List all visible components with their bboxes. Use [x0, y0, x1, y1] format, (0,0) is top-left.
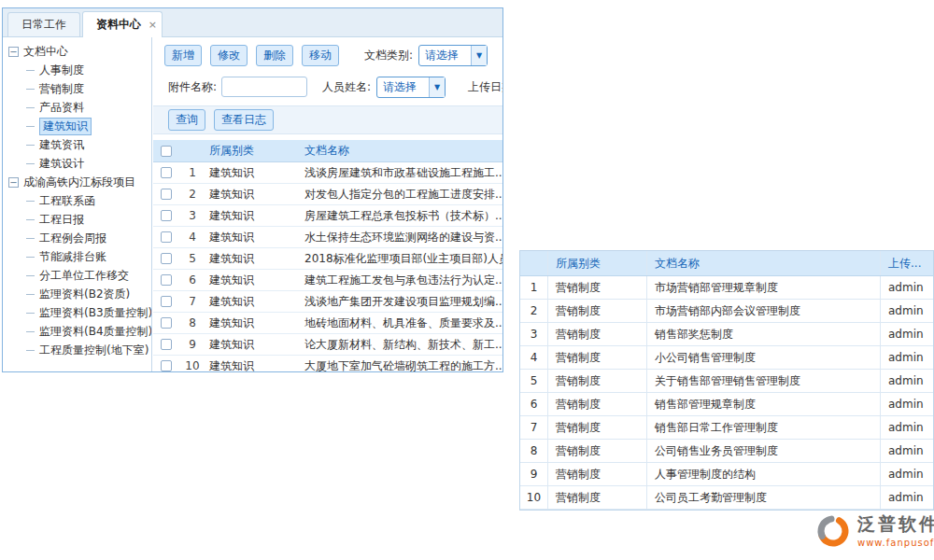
row-number: 2 — [179, 188, 205, 201]
table-row[interactable]: 10 建筑知识 大厦地下室加气砼墙砌筑工程的施工方... — [153, 356, 502, 371]
attachment-name-input[interactable] — [221, 77, 307, 97]
tree-item[interactable]: 工程质量控制(地下室) — [3, 341, 151, 359]
tree-group-project[interactable]: − 成渝高铁内江标段项目 — [3, 173, 151, 191]
row-checkbox[interactable] — [161, 339, 172, 350]
row-checkbox[interactable] — [161, 296, 172, 307]
table-row[interactable]: 6 营销制度 销售部管理规章制度 admin — [520, 393, 933, 416]
tree-group-label: 成渝高铁内江标段项目 — [23, 175, 135, 190]
tree-item-selected[interactable]: 建筑知识 — [3, 117, 151, 135]
row-checkbox[interactable] — [161, 167, 172, 178]
row-checkbox[interactable] — [161, 231, 172, 243]
select-all-checkbox[interactable] — [161, 146, 172, 157]
table-row[interactable]: 5 营销制度 关于销售部管理销售管理制度 admin — [520, 370, 933, 393]
tree-item[interactable]: 工程例会周报 — [3, 229, 151, 247]
move-button[interactable]: 移动 — [302, 45, 339, 66]
row-doc-name: 市场营销部管理规章制度 — [647, 276, 881, 299]
row-checkbox[interactable] — [161, 189, 172, 200]
table-row[interactable]: 2 营销制度 市场营销部内部会议管理制度 admin — [520, 300, 933, 323]
tree-item[interactable]: 工程日报 — [3, 210, 151, 229]
row-category: 建筑知识 — [205, 358, 301, 372]
tree-item[interactable]: 监理资料(B4质量控制) — [3, 322, 151, 341]
tree-item-label: 产品资料 — [39, 100, 84, 116]
table-header: 所属别类 文档名称 上传... — [520, 251, 933, 276]
tree-item[interactable]: 营销制度 — [3, 79, 151, 98]
delete-button[interactable]: 删除 — [256, 45, 293, 66]
sidebar-tree: − 文档中心 人事制度 营销制度 产品资料 建筑知识 建筑资讯 — [3, 37, 152, 371]
row-checkbox[interactable] — [161, 253, 172, 264]
tab-label: 资料中心 — [96, 18, 141, 31]
row-checkbox[interactable] — [161, 360, 172, 371]
person-name-label: 人员姓名: — [322, 79, 371, 95]
tree-dash-icon — [26, 350, 35, 351]
person-name-select[interactable]: 请选择 ▼ — [376, 77, 446, 98]
table-row[interactable]: 8 建筑知识 地砖地面材料、机具准备、质量要求及... — [153, 313, 502, 334]
row-number: 6 — [520, 393, 548, 415]
table-row[interactable]: 8 营销制度 公司销售业务员管理制度 admin — [520, 440, 933, 463]
tree-item-label: 营销制度 — [39, 81, 84, 97]
row-category: 建筑知识 — [205, 294, 301, 310]
close-icon[interactable]: × — [149, 12, 157, 37]
table-row[interactable]: 4 营销制度 小公司销售管理制度 admin — [520, 346, 933, 370]
tree-item[interactable]: 工程联系函 — [3, 191, 151, 210]
add-button[interactable]: 新增 — [164, 45, 202, 66]
chevron-down-icon: ▼ — [471, 46, 487, 65]
table-row[interactable]: 5 建筑知识 2018标准化监理项目部(业主项目部)人员... — [153, 248, 502, 270]
row-number: 2 — [520, 300, 548, 322]
tree-item[interactable]: 建筑资讯 — [3, 135, 151, 154]
table-row[interactable]: 10 营销制度 公司员工考勤管理制度 admin — [520, 486, 933, 510]
table-row[interactable]: 7 营销制度 销售部日常工作管理制度 admin — [520, 416, 933, 440]
tree-item[interactable]: 监理资料(B2资质) — [3, 285, 151, 303]
row-category: 营销制度 — [548, 346, 647, 369]
table-row[interactable]: 1 营销制度 市场营销部管理规章制度 admin — [520, 276, 933, 300]
tree-item[interactable]: 监理资料(B3质量控制) — [3, 303, 151, 322]
doc-category-select[interactable]: 请选择 ▼ — [418, 45, 488, 66]
row-checkbox[interactable] — [161, 317, 172, 329]
row-checkbox[interactable] — [161, 274, 172, 286]
tree-item[interactable]: 人事制度 — [3, 61, 151, 79]
view-log-button[interactable]: 查看日志 — [214, 109, 274, 131]
row-doc-name: 2018标准化监理项目部(业主项目部)人员... — [301, 251, 502, 267]
row-doc-name: 人事管理制度的结构 — [647, 463, 881, 485]
tree-dash-icon — [26, 275, 35, 276]
tree-item-label: 人事制度 — [39, 63, 84, 78]
tree-item[interactable]: 分工单位工作移交 — [3, 266, 151, 285]
query-button[interactable]: 查询 — [168, 109, 205, 131]
collapse-icon[interactable]: − — [8, 177, 19, 188]
table-row[interactable]: 9 营销制度 人事管理制度的结构 admin — [520, 463, 933, 486]
row-number: 9 — [520, 463, 548, 485]
tree-item[interactable]: 建筑设计 — [3, 154, 151, 173]
row-checkbox[interactable] — [161, 210, 172, 221]
table-row[interactable]: 7 建筑知识 浅谈地产集团开发建设项目监理规划编... — [153, 291, 502, 313]
row-category: 营销制度 — [548, 300, 647, 322]
table-row[interactable]: 3 营销制度 销售部奖惩制度 admin — [520, 323, 933, 346]
table-row[interactable]: 6 建筑知识 建筑工程施工发包与承包违法行为认定... — [153, 270, 502, 291]
row-number: 1 — [179, 166, 205, 179]
table-row[interactable]: 9 建筑知识 论大厦新材料、新结构、新技术、新工... — [153, 334, 502, 356]
tree-item[interactable]: 产品资料 — [3, 98, 151, 117]
row-doc-name: 销售部管理规章制度 — [647, 393, 881, 415]
row-doc-name: 地砖地面材料、机具准备、质量要求及... — [301, 315, 502, 331]
tab-data-center[interactable]: 资料中心 × — [82, 11, 163, 37]
row-number: 7 — [520, 416, 548, 439]
header-doc-name: 文档名称 — [301, 143, 502, 159]
table-row[interactable]: 1 建筑知识 浅谈房屋建筑和市政基础设施工程施工... — [153, 162, 502, 184]
tree-item-label: 节能减排台账 — [39, 249, 106, 265]
tree-item-label: 工程联系函 — [39, 193, 95, 209]
table-row[interactable]: 2 建筑知识 对发包人指定分包的工程施工进度安排... — [153, 184, 502, 205]
tree-group-label: 文档中心 — [23, 44, 68, 60]
tree-group-doc-center[interactable]: − 文档中心 — [3, 42, 151, 61]
row-uploader: admin — [881, 323, 933, 345]
tree-dash-icon — [26, 257, 35, 258]
row-doc-name: 市场营销部内部会议管理制度 — [647, 300, 881, 322]
row-uploader: admin — [881, 416, 933, 439]
tab-daily-work[interactable]: 日常工作 — [7, 12, 80, 36]
collapse-icon[interactable]: − — [8, 47, 19, 57]
row-category: 营销制度 — [548, 276, 647, 299]
table-row[interactable]: 4 建筑知识 水土保持生态环境监测网络的建设与资... — [153, 227, 502, 248]
modify-button[interactable]: 修改 — [210, 45, 248, 66]
table-row[interactable]: 3 建筑知识 房屋建筑工程总承包投标书（技术标）... — [153, 205, 502, 227]
row-doc-name: 销售部奖惩制度 — [647, 323, 881, 345]
row-doc-name: 大厦地下室加气砼墙砌筑工程的施工方... — [301, 358, 502, 372]
tree-item[interactable]: 节能减排台账 — [3, 247, 151, 266]
row-doc-name: 浅谈房屋建筑和市政基础设施工程施工... — [301, 165, 502, 181]
